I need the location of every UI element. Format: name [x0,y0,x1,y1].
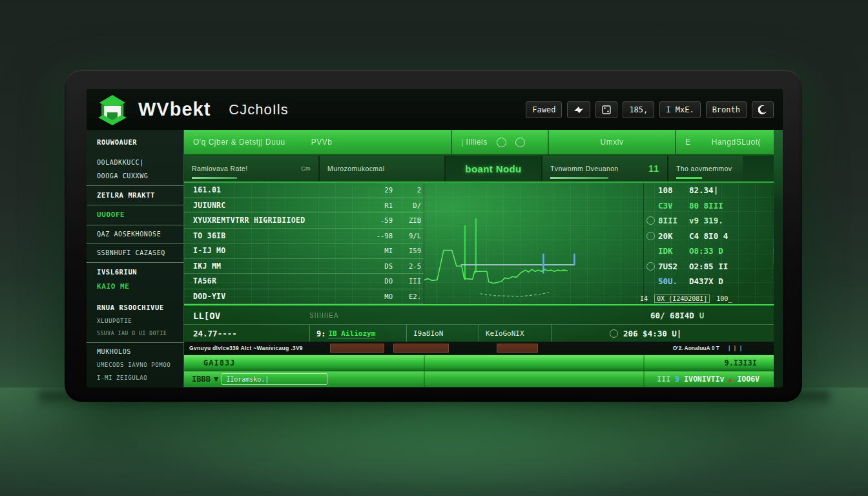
sidebar-item[interactable]: IASIUVSOTFOMACIUNS FIIPKK [87,384,183,388]
sidebar-item[interactable]: SSBNHUFI CAZASEQ [87,243,183,260]
sidebar-item[interactable]: KAIO ME [87,279,183,294]
dropdown-value-box[interactable]: IIoramsko.| [222,373,327,385]
moon-icon[interactable] [752,101,774,118]
header-segment-1[interactable]: O'q Cjber & Detstj| Duuu PVVb [184,130,452,154]
summary-cell: KeIoGoNIX [479,325,552,342]
watchlist-row[interactable]: IKJ MM DS 2-5 [184,259,424,274]
header-text-1: O'q Cjber & Detstj| Duuu [193,138,285,147]
ticker-label: DOD-YIV [193,292,366,301]
quote-code: 50U. [658,276,689,286]
tab-boant-nodu[interactable]: boant Nodu [446,156,542,181]
ticker-value-1: MI [366,247,393,254]
cube-logo-icon [96,93,129,127]
ticker-value-2: 9/L [393,232,421,240]
row-circle-icon [646,216,655,225]
watchlist-row[interactable]: I-IJ MO MI I59 [184,243,424,259]
tab-tvnwomm[interactable]: Tvnwomm Dveuanon 11 [542,156,668,181]
ticker-value-1: R1 [366,202,393,209]
watchlist-row[interactable]: 161.01 29 2 [184,183,424,198]
watchlist-row[interactable]: TO 36IB --98 9/L [184,229,424,244]
quote-row[interactable]: C3V 80 8III [644,198,772,214]
status-right-group: III 9 IVONIVTIv ▲ IOO6V [657,375,760,384]
header-text-3: Umxlv [601,138,624,147]
tab-underline [550,177,608,179]
sidebar-item[interactable]: MUKHOLOS [87,342,183,358]
header-bar: O'q Cjber & Detstj| Duuu PVVb | Illliels… [184,130,774,156]
chevron-down-icon: ▼ [214,375,218,384]
ticker-label: I-IJ MO [193,246,366,255]
alert-text: Gvnuyu dIvIce339 AIct ~Wanivicaug .3V9 [189,345,303,351]
sidebar-item[interactable]: RNUA RSOOCHIVUE [87,300,183,315]
watchlist-row[interactable]: DOD-YIV MO E2. [184,289,424,305]
ticker-value-2: 2-5 [393,262,421,270]
ticker-value-2: I59 [393,247,421,254]
alert-text-2: O'2. AonaIuuA 0 T [673,345,719,351]
row-circle-icon [646,232,655,240]
sidebar-item[interactable]: IVSL6RIUN [87,262,183,279]
ticker-value-2: ZIB [393,216,421,224]
summary-quote-2: 206 $4:30 U| [552,325,774,342]
symbol-dropdown[interactable]: IBBB ▼ IIoramsko.| [192,373,327,385]
tab-murozomukocmal[interactable]: Murozomukocmal [320,156,446,181]
sidebar-item[interactable]: OOLADKKUCC| [87,156,183,169]
value-185-button[interactable]: 185, [623,101,654,118]
quote-row[interactable]: IDK O8:33 D [644,243,772,259]
main-chart [424,183,643,304]
ticker-value-2: 2 [393,186,421,194]
quote-code: 8III [658,216,689,225]
header-text-2: | Illliels [461,138,488,147]
bronth-button[interactable]: Bronth [706,101,747,118]
sidebar-item[interactable]: SSUVA IAU O UI DOTIE [87,327,183,340]
summary-row-2[interactable]: 24.77---- 9: IB Ailiozym I9a8IoN KeIoGoN… [184,324,774,342]
summary-cell: I9a8IoN [407,325,479,342]
quote-row[interactable]: 108 82.34| [644,183,772,198]
header-segment-2[interactable]: | Illliels [452,130,549,154]
alert-box[interactable] [330,344,384,353]
quote-value: D437X D [689,276,771,286]
quote-row[interactable]: 7US2 O2:85 II [644,259,772,274]
alert-box[interactable] [497,344,538,353]
header-segment-3[interactable]: Umxlv [549,130,676,154]
row-circle-icon [610,329,618,338]
quote-row[interactable]: 8III v9 319. [644,213,772,229]
quote-row[interactable]: 50U. D437X D [644,274,772,289]
right-scroll-strip[interactable] [774,130,783,388]
scene: WVbekt CJchoIls Fawed 185, I MxE. Bronth… [0,0,868,496]
quote-row[interactable]: 20K C4 8I0 4 [644,229,772,244]
sidebar-item[interactable]: XLUUPOTIE [87,315,183,327]
watchlist-row[interactable]: JUIUNRC R1 D/ [184,198,424,214]
sidebar-item[interactable]: ZETLRA MRAKTT [87,185,183,202]
row-circle-icon [646,262,655,271]
alert-row: Gvnuyu dIvIce339 AIct ~Wanivicaug .3V9 O… [184,342,774,355]
tab-ramlovava[interactable]: Ramlovava Rate! Cm [184,156,320,181]
sidebar-item[interactable]: ROUWOAUER [87,135,183,149]
tab-tho[interactable]: Tho aovmemmov [668,156,743,181]
sidebar-item[interactable]: UUOOFE [87,205,183,222]
fawed-button[interactable]: Fawed [526,101,562,118]
bird-icon[interactable] [567,101,590,118]
dice-icon[interactable] [595,101,617,118]
sidebar-item[interactable]: I-MI ZEIGULAO [87,371,183,384]
main-content: O'q Cjber & Detstj| Duuu PVVb | Illliels… [184,130,774,388]
sidebar-item[interactable]: QAZ AOSEKHONOSE [87,225,183,241]
alert-box[interactable] [393,344,449,353]
quote-value: v9 319. [689,216,771,225]
caret-up-icon: ▲ [728,376,732,383]
watchlist-row[interactable]: XYUXREMTVTRR HIGRIBIIOED -59 ZIB [184,213,424,229]
ticker-label: TO 36IB [193,231,366,240]
imxe-button[interactable]: I MxE. [659,101,700,118]
header-text-4: E [685,138,691,147]
quote-value: C4 8I0 4 [689,231,771,241]
summary-row-1[interactable]: LL[OV SIIIIIIEA 60/ 68I4D U [184,304,774,326]
sidebar-item[interactable]: UMECODS IAVNO POMOO [87,358,183,371]
quote-value: O8:33 D [689,246,771,256]
watchlist-row[interactable]: TA56R DO III [184,274,424,289]
summary-combo: 9: IB Ailiozym [310,325,407,342]
ticker-value-1: --98 [366,232,393,240]
brand-title: WVbekt [138,99,211,120]
ticker-label: 161.01 [193,185,366,194]
sidebar-item[interactable]: OOOGA CUXXWG [87,169,183,183]
status-right-value: 9.I3I3I [724,358,757,367]
ticker-label: JUIUNRC [193,201,366,210]
header-segment-4[interactable]: E HangdSLuot( [676,130,774,154]
